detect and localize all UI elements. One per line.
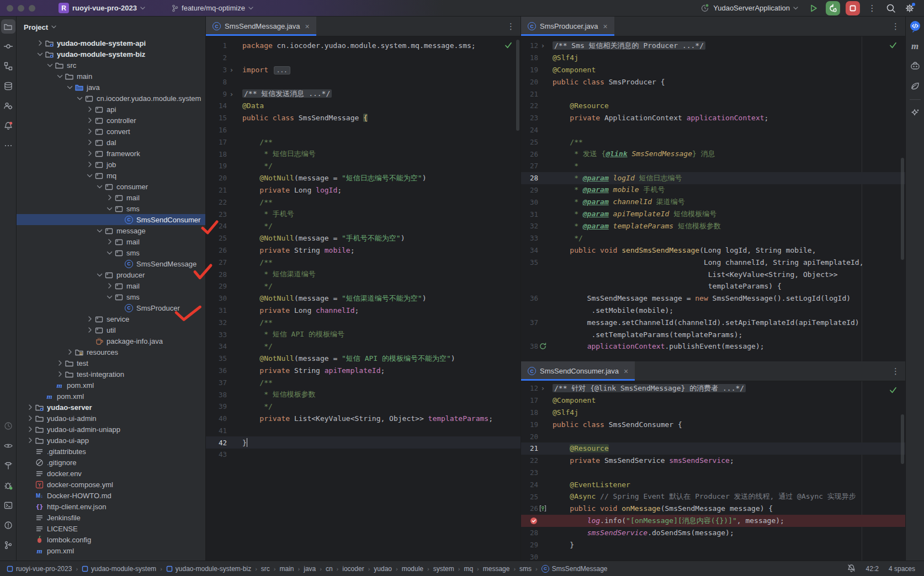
chevron-collapsed-icon[interactable]: [85, 117, 94, 124]
line-number[interactable]: 14: [206, 102, 227, 110]
code-line-25[interactable]: 25 @NotNull(message = "手机号不能为空"): [206, 232, 521, 244]
line-number[interactable]: 42: [206, 439, 227, 447]
code-line-28[interactable]: 28 * 短信渠道编号: [206, 268, 521, 280]
close-tab-icon[interactable]: ×: [624, 367, 628, 376]
line-number[interactable]: 3: [206, 66, 227, 74]
chevron-collapsed-icon[interactable]: [85, 150, 94, 157]
tree-item-resources[interactable]: resources: [17, 346, 205, 358]
code-line[interactable]: .setTemplateParams(templateParams);: [521, 328, 905, 340]
code-line-14[interactable]: 14@Data: [206, 100, 521, 112]
toolwindow-button-problems[interactable]: [1, 518, 15, 532]
line-number[interactable]: 41: [206, 426, 227, 435]
tree-item-yudao-ui-admin[interactable]: yudao-ui-admin: [17, 413, 205, 424]
breadcrumb-item-yudao-module-system[interactable]: yudao-module-system: [82, 565, 156, 573]
code-line-1[interactable]: 1package cn.iocoder.yudao.module.system.…: [206, 40, 521, 52]
code-line-30[interactable]: 30 @NotNull(message = "短信渠道编号不能为空"): [206, 292, 521, 305]
tree-item-java[interactable]: java: [17, 82, 205, 93]
code-line-17[interactable]: 17 /**: [206, 136, 521, 148]
inspections-ok-icon[interactable]: [889, 41, 898, 51]
code-line-34[interactable]: 34 */: [206, 340, 521, 353]
code-line-21[interactable]: 21 private Long logId;: [206, 184, 521, 196]
line-number[interactable]: 30: [521, 198, 538, 206]
chevron-collapsed-icon[interactable]: [55, 371, 65, 377]
line-number[interactable]: 24: [521, 481, 538, 489]
tree-item-SmsSendConsumer[interactable]: CSmsSendConsumer: [17, 214, 205, 225]
chevron-expanded-icon[interactable]: [87, 171, 93, 180]
tree-item-pom.xml[interactable]: mpom.xml: [17, 545, 205, 556]
code-line-39[interactable]: 39 */: [206, 401, 521, 413]
code-line-35[interactable]: 35 Long channelId, String apiTemplateId,: [521, 256, 905, 268]
minimize-window-icon[interactable]: [18, 5, 24, 12]
tree-item-SmsProducer[interactable]: CSmsProducer: [17, 302, 205, 313]
code-line[interactable]: List<KeyValue<String, Object>>: [521, 268, 905, 280]
chevron-collapsed-icon[interactable]: [105, 238, 114, 245]
settings-button[interactable]: [903, 2, 916, 15]
breadcrumb-item-mq[interactable]: mq: [464, 565, 473, 573]
line-number[interactable]: 9: [206, 90, 227, 98]
code-line-12[interactable]: 12›/** 针对 {@link SmsSendMessage} 的消费者 ..…: [521, 382, 905, 394]
fold-marker-icon[interactable]: ›: [227, 90, 236, 98]
breadcrumb-item-ruoyi-vue-pro-2023[interactable]: ruoyi-vue-pro-2023: [7, 565, 72, 573]
tree-item-.gitattributes[interactable]: .gitattributes: [17, 446, 205, 457]
breadcrumb-item-message[interactable]: message: [483, 565, 510, 573]
listener-gutter-icon[interactable]: [538, 504, 548, 513]
close-window-icon[interactable]: [7, 5, 13, 12]
line-number[interactable]: 35: [206, 354, 227, 362]
tree-item-yudao-module-system-api[interactable]: yudao-module-system-api: [17, 38, 205, 49]
window-controls[interactable]: [7, 5, 35, 12]
line-number[interactable]: 28: [521, 529, 538, 537]
code-line-24[interactable]: 24 @EventListener: [521, 478, 905, 490]
line-number[interactable]: 8: [206, 78, 227, 86]
run-configuration-widget[interactable]: YudaoServerApplication: [697, 2, 801, 15]
chevron-expanded-icon[interactable]: [47, 61, 54, 70]
editor-content[interactable]: 1package cn.iocoder.yudao.module.system.…: [206, 36, 521, 564]
toolwindow-button-profiler[interactable]: [1, 419, 15, 433]
code-line-2[interactable]: 2: [206, 52, 521, 64]
code-line-37[interactable]: 37 message.setChannelId(channelId).setAp…: [521, 316, 905, 328]
code-line-20[interactable]: 20 @NotNull(message = "短信日志编号不能为空"): [206, 172, 521, 184]
line-number[interactable]: 18: [521, 408, 538, 417]
line-number[interactable]: 29: [521, 186, 538, 194]
tree-item-framework[interactable]: framework: [17, 148, 205, 159]
toolwindow-button-copilot[interactable]: [908, 59, 922, 73]
chevron-expanded-icon[interactable]: [37, 50, 44, 59]
line-number[interactable]: 20: [521, 433, 538, 441]
chevron-expanded-icon[interactable]: [97, 270, 103, 280]
toolwindow-button-structure[interactable]: [1, 59, 15, 73]
line-number[interactable]: 30: [521, 553, 538, 561]
code-line-33[interactable]: 33 * 短信 API 的模板编号: [206, 328, 521, 340]
toolwindow-button-debug[interactable]: [1, 478, 15, 493]
line-number[interactable]: 1: [206, 41, 227, 50]
code-line-28[interactable]: 28 * @param logId 短信日志编号: [521, 172, 905, 184]
line-number[interactable]: 2: [206, 54, 227, 62]
toolwindow-button-services[interactable]: [1, 439, 15, 453]
indent-setting[interactable]: 4 spaces: [889, 565, 915, 573]
code-line-21[interactable]: 21: [521, 88, 905, 100]
code-line-38[interactable]: 38 * 短信模板参数: [206, 388, 521, 401]
toolwindow-button-more-tool-windows[interactable]: [1, 138, 15, 153]
scrollbar-thumb[interactable]: [901, 158, 904, 260]
line-number[interactable]: 40: [206, 414, 227, 423]
line-number[interactable]: 18: [206, 150, 227, 158]
tree-item-yudao-server[interactable]: yudao-server: [17, 402, 205, 413]
tree-item-sms[interactable]: sms: [17, 203, 205, 214]
line-number[interactable]: 34: [521, 246, 538, 254]
tree-item-lombok.config[interactable]: lombok.config: [17, 534, 205, 545]
line-number[interactable]: 38: [521, 342, 538, 350]
code-line-18[interactable]: 18@Slf4j: [521, 52, 905, 64]
tree-item-docker.env[interactable]: docker.env: [17, 468, 205, 479]
code-line-25[interactable]: 25 @Async // Spring Event 默认在 Producer 发…: [521, 490, 905, 503]
chevron-collapsed-icon[interactable]: [35, 40, 45, 46]
code-line-18[interactable]: 18 * 短信日志编号: [206, 148, 521, 160]
code-line-19[interactable]: 19@Component: [521, 64, 905, 76]
code-line-41[interactable]: 41: [206, 425, 521, 437]
line-number[interactable]: 31: [521, 210, 538, 218]
line-number[interactable]: 25: [521, 493, 538, 501]
chevron-expanded-icon[interactable]: [67, 83, 73, 92]
line-number[interactable]: 19: [206, 162, 227, 170]
code-line-32[interactable]: 32 * @param templateParams 短信模板参数: [521, 220, 905, 232]
breadcrumb-item-yudao[interactable]: yudao: [374, 565, 392, 573]
code-line-9[interactable]: 9›/** 短信发送消息 ...*/: [206, 88, 521, 100]
breakpoint-icon[interactable]: [521, 516, 538, 525]
notifications-muted-icon[interactable]: [847, 563, 856, 574]
